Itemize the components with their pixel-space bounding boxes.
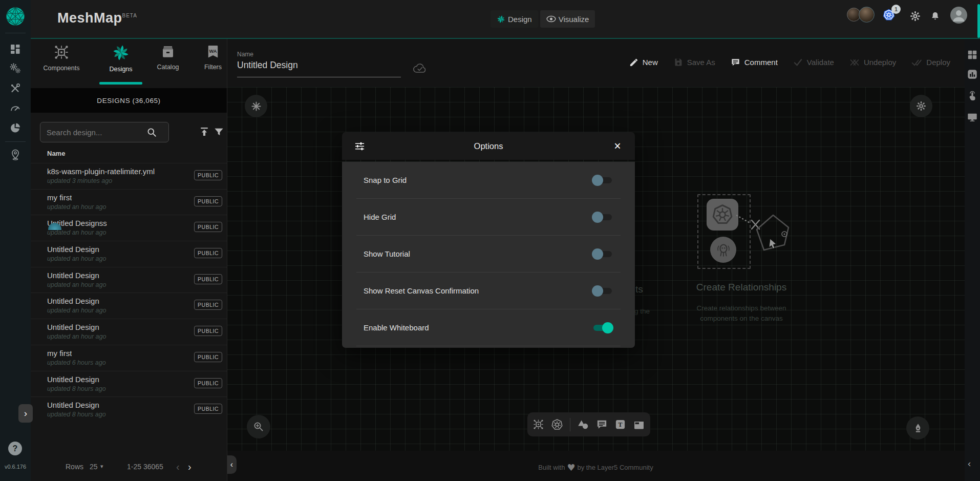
- design-row[interactable]: Untitled Design updated an hour ago PUBL…: [31, 267, 227, 293]
- canvas-settings-button[interactable]: [910, 95, 932, 117]
- option-toggle[interactable]: [592, 212, 613, 223]
- views-grid-icon[interactable]: [967, 49, 978, 60]
- design-row[interactable]: k8s-wasm-plugin-ratelimiter.yml updated …: [31, 163, 227, 189]
- toggle-thumb: [592, 212, 603, 223]
- design-row[interactable]: Untitled Design updated an hour ago PUBL…: [31, 241, 227, 267]
- visibility-badge: PUBLIC: [194, 222, 222, 232]
- collaborator-avatar[interactable]: [859, 7, 875, 23]
- option-label: Hide Grid: [364, 213, 396, 221]
- mode-visualize-button[interactable]: Visualize: [540, 10, 595, 28]
- toolkit-icon[interactable]: [9, 82, 22, 95]
- tune-sliders-icon: [354, 141, 365, 152]
- dock-text-icon[interactable]: T: [614, 419, 626, 430]
- design-name: Untitled Design: [47, 245, 99, 254]
- canvas-toolbar: New Save As Comment Validate: [629, 57, 950, 67]
- option-row: Hide Grid: [356, 199, 621, 236]
- dock-media-icon[interactable]: [633, 419, 645, 430]
- design-name: Untitled Design: [47, 297, 99, 305]
- top-header: MeshMapBETA Design Visualize 1: [31, 0, 980, 39]
- comment-label: Comment: [744, 58, 778, 67]
- rows-per-page-select[interactable]: 25: [90, 463, 98, 471]
- pen-tool-button[interactable]: [906, 416, 929, 440]
- check-icon: [793, 57, 803, 67]
- display-monitor-icon[interactable]: [967, 112, 978, 123]
- design-name-input[interactable]: [237, 60, 401, 77]
- prev-page-button[interactable]: ‹: [176, 462, 180, 472]
- tab-components[interactable]: Components: [38, 44, 85, 88]
- zoom-in-button[interactable]: [247, 415, 270, 438]
- version-label: v0.6.176: [0, 464, 31, 470]
- layer5-logo[interactable]: [6, 7, 25, 26]
- toggle-thumb: [592, 248, 603, 260]
- design-row[interactable]: my first updated 6 hours ago PUBLIC: [31, 345, 227, 371]
- next-page-button[interactable]: ›: [188, 462, 191, 472]
- option-toggle[interactable]: [592, 322, 613, 333]
- option-label: Show Reset Canvas Confirmation: [364, 286, 479, 295]
- validate-button[interactable]: Validate: [793, 57, 834, 67]
- design-name: Untitled Design: [47, 323, 99, 331]
- double-check-icon: [911, 58, 922, 67]
- import-design-icon[interactable]: [199, 126, 210, 137]
- tab-catalog[interactable]: Catalog: [144, 44, 191, 88]
- extensions-pie-icon[interactable]: [9, 122, 22, 134]
- dock-divider: [570, 418, 570, 431]
- expand-right-panel-button[interactable]: ‹: [968, 458, 971, 469]
- interaction-touch-icon[interactable]: [967, 90, 978, 101]
- design-row[interactable]: my first updated an hour ago PUBLIC: [31, 189, 227, 215]
- notifications-bell-icon[interactable]: [930, 11, 941, 22]
- option-toggle[interactable]: [592, 175, 613, 186]
- tab-filters[interactable]: WA Filters: [189, 44, 237, 88]
- comment-icon: [731, 57, 740, 67]
- user-avatar[interactable]: [950, 7, 967, 24]
- dock-comment-icon[interactable]: [596, 419, 608, 430]
- mode-design-button[interactable]: Design: [491, 10, 538, 28]
- comment-button[interactable]: Comment: [731, 57, 778, 67]
- visibility-badge: PUBLIC: [194, 404, 222, 414]
- design-row[interactable]: Untitled Design updated 8 hours ago PUBL…: [31, 371, 227, 397]
- brand-name: MeshMap: [57, 10, 122, 26]
- visibility-badge: PUBLIC: [194, 274, 222, 284]
- option-toggle[interactable]: [592, 248, 613, 260]
- deploy-button[interactable]: Deploy: [911, 58, 950, 67]
- design-updated: updated an hour ago: [47, 255, 106, 262]
- expand-drawer-button[interactable]: ›: [18, 404, 33, 423]
- option-toggle[interactable]: [592, 285, 613, 297]
- components-icon: [53, 44, 70, 60]
- rows-select-caret[interactable]: ▾: [100, 463, 103, 470]
- filters-wasm-icon: WA: [206, 44, 220, 59]
- collapse-left-panel-button[interactable]: ‹: [227, 455, 237, 474]
- design-updated: updated 8 hours ago: [47, 411, 106, 418]
- built-with-credit: Built with♥by the Layer5 Community: [227, 462, 965, 473]
- toggle-thumb: [592, 285, 603, 297]
- lifecycle-gears-icon[interactable]: [9, 62, 22, 75]
- meshmap-pin-icon[interactable]: [9, 149, 22, 161]
- dock-component-icon[interactable]: [532, 419, 544, 430]
- svg-text:T: T: [618, 421, 623, 428]
- filter-funnel-icon[interactable]: [214, 127, 224, 137]
- visualize-eye-icon: [546, 15, 556, 23]
- design-list: k8s-wasm-plugin-ratelimiter.yml updated …: [31, 163, 227, 423]
- dashboard-icon[interactable]: [9, 43, 22, 55]
- validate-label: Validate: [807, 58, 834, 67]
- performance-gauge-icon[interactable]: [9, 102, 22, 115]
- dock-kubernetes-icon[interactable]: [551, 419, 563, 431]
- close-icon[interactable]: ×: [610, 139, 625, 153]
- settings-gear-icon[interactable]: [909, 10, 921, 22]
- new-button[interactable]: New: [629, 57, 658, 67]
- design-row[interactable]: Untitled Design updated an hour ago PUBL…: [31, 319, 227, 345]
- design-row[interactable]: Untitled Design updated 8 hours ago PUBL…: [31, 396, 227, 423]
- toggle-thumb: [592, 175, 603, 186]
- design-updated: updated 3 minutes ago: [47, 177, 112, 184]
- beta-tag: BETA: [122, 13, 137, 18]
- help-button[interactable]: ?: [8, 442, 22, 455]
- designs-count-header: DESIGNS (36,065): [31, 88, 227, 113]
- dock-shapes-icon[interactable]: [577, 419, 589, 430]
- visibility-badge: PUBLIC: [194, 170, 222, 180]
- metrics-chart-icon[interactable]: [967, 69, 978, 80]
- undeploy-button[interactable]: Undeploy: [849, 58, 896, 67]
- save-as-button[interactable]: Save As: [673, 57, 715, 67]
- clipped-tutorial-text: ts: [635, 284, 643, 295]
- design-row[interactable]: Untitled Design updated an hour ago PUBL…: [31, 292, 227, 319]
- rail-divider: [5, 141, 26, 142]
- canvas-helm-button[interactable]: [245, 95, 267, 117]
